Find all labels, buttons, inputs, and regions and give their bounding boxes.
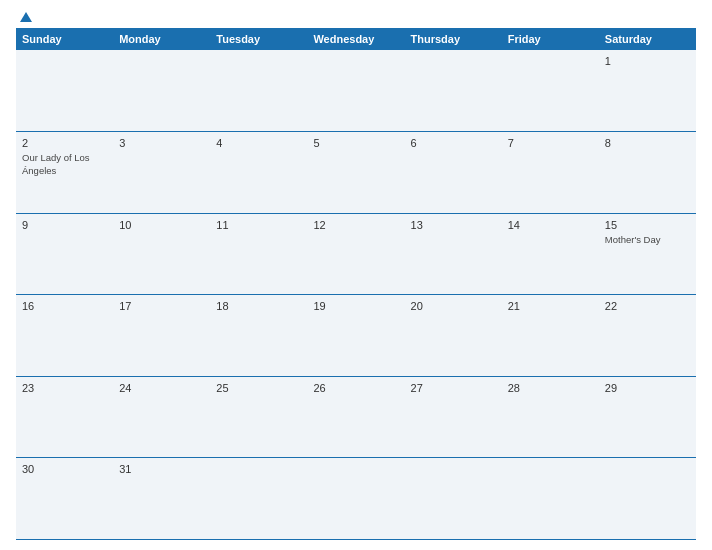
day-number: 8 bbox=[605, 137, 690, 149]
calendar-week-row: 16171819202122 bbox=[16, 295, 696, 377]
calendar-cell bbox=[16, 50, 113, 132]
calendar-cell: 15Mother's Day bbox=[599, 213, 696, 295]
day-number: 14 bbox=[508, 219, 593, 231]
calendar-cell: 11 bbox=[210, 213, 307, 295]
calendar-cell bbox=[210, 458, 307, 540]
calendar-cell: 29 bbox=[599, 376, 696, 458]
calendar-cell bbox=[210, 50, 307, 132]
calendar-cell bbox=[113, 50, 210, 132]
calendar-cell: 4 bbox=[210, 132, 307, 214]
day-number: 30 bbox=[22, 463, 107, 475]
day-number: 29 bbox=[605, 382, 690, 394]
day-number: 7 bbox=[508, 137, 593, 149]
day-event: Our Lady of Los Ángeles bbox=[22, 152, 90, 176]
calendar-cell: 6 bbox=[405, 132, 502, 214]
calendar-cell bbox=[307, 458, 404, 540]
day-number: 20 bbox=[411, 300, 496, 312]
weekday-header-monday: Monday bbox=[113, 28, 210, 50]
day-number: 31 bbox=[119, 463, 204, 475]
calendar-cell: 16 bbox=[16, 295, 113, 377]
calendar-cell: 10 bbox=[113, 213, 210, 295]
logo-triangle-icon bbox=[20, 12, 32, 22]
calendar-cell: 27 bbox=[405, 376, 502, 458]
calendar-cell: 31 bbox=[113, 458, 210, 540]
calendar-week-row: 23242526272829 bbox=[16, 376, 696, 458]
calendar-cell: 18 bbox=[210, 295, 307, 377]
calendar-header bbox=[16, 12, 696, 22]
calendar-cell: 2Our Lady of Los Ángeles bbox=[16, 132, 113, 214]
calendar-cell: 28 bbox=[502, 376, 599, 458]
day-number: 19 bbox=[313, 300, 398, 312]
weekday-header-thursday: Thursday bbox=[405, 28, 502, 50]
calendar-cell: 24 bbox=[113, 376, 210, 458]
day-number: 15 bbox=[605, 219, 690, 231]
calendar-cell: 5 bbox=[307, 132, 404, 214]
calendar-cell bbox=[599, 458, 696, 540]
day-number: 23 bbox=[22, 382, 107, 394]
calendar-week-row: 3031 bbox=[16, 458, 696, 540]
calendar-cell bbox=[502, 50, 599, 132]
day-number: 24 bbox=[119, 382, 204, 394]
day-number: 9 bbox=[22, 219, 107, 231]
weekday-header-row: SundayMondayTuesdayWednesdayThursdayFrid… bbox=[16, 28, 696, 50]
calendar-cell: 30 bbox=[16, 458, 113, 540]
day-number: 2 bbox=[22, 137, 107, 149]
day-number: 3 bbox=[119, 137, 204, 149]
day-number: 13 bbox=[411, 219, 496, 231]
calendar-cell: 20 bbox=[405, 295, 502, 377]
calendar-week-row: 9101112131415Mother's Day bbox=[16, 213, 696, 295]
day-number: 25 bbox=[216, 382, 301, 394]
day-number: 11 bbox=[216, 219, 301, 231]
weekday-header-wednesday: Wednesday bbox=[307, 28, 404, 50]
calendar-cell bbox=[405, 50, 502, 132]
calendar-table: SundayMondayTuesdayWednesdayThursdayFrid… bbox=[16, 28, 696, 540]
calendar-cell: 26 bbox=[307, 376, 404, 458]
weekday-header-tuesday: Tuesday bbox=[210, 28, 307, 50]
calendar-cell bbox=[405, 458, 502, 540]
calendar-page: SundayMondayTuesdayWednesdayThursdayFrid… bbox=[0, 0, 712, 550]
weekday-header-friday: Friday bbox=[502, 28, 599, 50]
weekday-header-sunday: Sunday bbox=[16, 28, 113, 50]
calendar-week-row: 1 bbox=[16, 50, 696, 132]
calendar-cell: 7 bbox=[502, 132, 599, 214]
calendar-cell: 19 bbox=[307, 295, 404, 377]
calendar-cell bbox=[502, 458, 599, 540]
weekday-header-saturday: Saturday bbox=[599, 28, 696, 50]
calendar-cell: 9 bbox=[16, 213, 113, 295]
logo-blue-text bbox=[16, 12, 32, 22]
calendar-cell bbox=[307, 50, 404, 132]
calendar-cell: 1 bbox=[599, 50, 696, 132]
day-number: 26 bbox=[313, 382, 398, 394]
day-number: 5 bbox=[313, 137, 398, 149]
calendar-cell: 13 bbox=[405, 213, 502, 295]
day-number: 4 bbox=[216, 137, 301, 149]
day-number: 18 bbox=[216, 300, 301, 312]
logo bbox=[16, 12, 32, 22]
calendar-cell: 14 bbox=[502, 213, 599, 295]
calendar-cell: 12 bbox=[307, 213, 404, 295]
calendar-cell: 23 bbox=[16, 376, 113, 458]
calendar-cell: 22 bbox=[599, 295, 696, 377]
calendar-cell: 8 bbox=[599, 132, 696, 214]
day-number: 10 bbox=[119, 219, 204, 231]
day-number: 28 bbox=[508, 382, 593, 394]
calendar-cell: 25 bbox=[210, 376, 307, 458]
calendar-cell: 21 bbox=[502, 295, 599, 377]
day-number: 27 bbox=[411, 382, 496, 394]
day-number: 1 bbox=[605, 55, 690, 67]
calendar-week-row: 2Our Lady of Los Ángeles345678 bbox=[16, 132, 696, 214]
day-number: 16 bbox=[22, 300, 107, 312]
day-number: 22 bbox=[605, 300, 690, 312]
day-number: 12 bbox=[313, 219, 398, 231]
calendar-cell: 3 bbox=[113, 132, 210, 214]
day-number: 17 bbox=[119, 300, 204, 312]
calendar-cell: 17 bbox=[113, 295, 210, 377]
day-event: Mother's Day bbox=[605, 234, 661, 245]
day-number: 21 bbox=[508, 300, 593, 312]
day-number: 6 bbox=[411, 137, 496, 149]
